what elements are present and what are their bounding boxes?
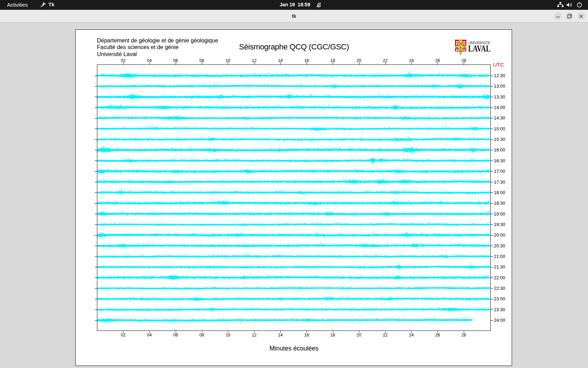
svg-text:17:00: 17:00 [494, 169, 505, 174]
svg-text:14: 14 [278, 58, 283, 63]
svg-text:13:00: 13:00 [494, 83, 505, 89]
svg-text:12: 12 [252, 58, 257, 63]
svg-text:02: 02 [121, 333, 126, 338]
svg-text:26: 26 [435, 333, 440, 338]
svg-text:08: 08 [200, 333, 204, 338]
svg-text:28: 28 [461, 58, 466, 63]
svg-text:18: 18 [330, 333, 335, 338]
svg-text:UTC: UTC [493, 62, 504, 68]
svg-text:20: 20 [357, 58, 362, 63]
svg-text:20:00: 20:00 [494, 232, 505, 238]
svg-text:12:30: 12:30 [494, 73, 505, 78]
svg-text:19:30: 19:30 [494, 222, 505, 227]
svg-text:16:30: 16:30 [494, 158, 505, 163]
svg-text:02: 02 [121, 58, 126, 63]
svg-text:17:30: 17:30 [494, 179, 505, 185]
svg-text:23:00: 23:00 [494, 296, 505, 301]
svg-text:10: 10 [226, 333, 231, 338]
svg-text:13:30: 13:30 [494, 94, 505, 100]
svg-text:10: 10 [226, 58, 231, 63]
svg-text:18:00: 18:00 [494, 190, 505, 195]
svg-text:20:30: 20:30 [494, 243, 505, 248]
svg-text:21:30: 21:30 [494, 264, 505, 270]
svg-text:06: 06 [173, 333, 178, 338]
svg-text:15:30: 15:30 [494, 137, 505, 142]
svg-text:23:30: 23:30 [494, 307, 505, 312]
svg-text:14:00: 14:00 [494, 105, 505, 110]
svg-text:06: 06 [173, 58, 178, 63]
svg-text:04: 04 [147, 333, 152, 338]
svg-text:08: 08 [200, 58, 204, 63]
svg-text:22: 22 [383, 58, 388, 63]
svg-text:18:30: 18:30 [494, 200, 505, 206]
svg-text:28: 28 [461, 333, 466, 338]
svg-text:24: 24 [409, 333, 414, 338]
svg-text:16:00: 16:00 [494, 147, 505, 152]
svg-text:19:00: 19:00 [494, 211, 505, 217]
svg-text:22:30: 22:30 [494, 286, 505, 291]
svg-text:24:00: 24:00 [494, 318, 505, 323]
svg-text:12: 12 [252, 333, 257, 338]
svg-text:18: 18 [330, 58, 335, 63]
svg-text:14: 14 [278, 333, 283, 338]
svg-text:22:00: 22:00 [494, 275, 505, 280]
svg-text:14:30: 14:30 [494, 115, 505, 121]
svg-text:22: 22 [383, 333, 388, 338]
svg-text:21:00: 21:00 [494, 254, 505, 259]
svg-text:04: 04 [147, 58, 152, 63]
svg-text:24: 24 [409, 58, 414, 63]
svg-text:20: 20 [357, 333, 362, 338]
svg-text:16: 16 [304, 58, 309, 63]
svg-text:15:00: 15:00 [494, 126, 505, 131]
svg-text:16: 16 [304, 333, 309, 338]
svg-text:26: 26 [435, 58, 440, 63]
